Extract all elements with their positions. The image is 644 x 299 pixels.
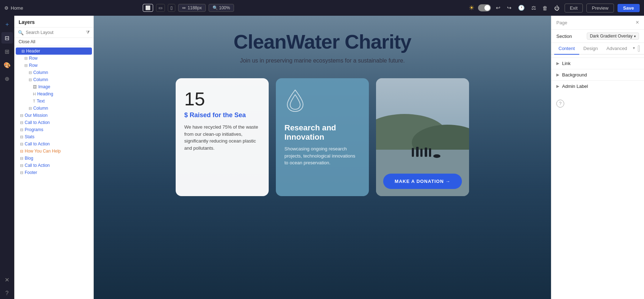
layer-item-cta2[interactable]: ⊟ Call to Action bbox=[14, 140, 93, 148]
tab-more-arrow[interactable]: ▾ bbox=[631, 43, 636, 54]
rp-help-section: ? bbox=[551, 95, 644, 113]
tab-design[interactable]: Design bbox=[579, 43, 602, 55]
layers-tree: ⊟ Header ⊟ Row ⊟ Row ⊟ Column bbox=[14, 46, 93, 299]
layer-item-stats[interactable]: ⊟ Stats bbox=[14, 133, 93, 140]
tab-advanced[interactable]: Advanced bbox=[602, 43, 631, 55]
section-icon10: ⊟ bbox=[20, 170, 23, 175]
layers-search-bar: 🔍 ⧩ bbox=[14, 28, 93, 38]
layer-label-col1: Column bbox=[33, 70, 48, 75]
tablet-device-btn[interactable]: ▭ bbox=[156, 4, 165, 12]
search-icon: 🔍 bbox=[18, 30, 24, 35]
col-icon3: ⊟ bbox=[29, 106, 32, 111]
main-layout: ＋ ⊟ ⊞ 🎨 ⊕ ✕ ? Layers 🔍 ⧩ Close All ⊟ Hea… bbox=[0, 16, 644, 299]
rp-admin-section[interactable]: ▶ Admin Label bbox=[551, 80, 644, 92]
row-icon2: ⊟ bbox=[24, 63, 28, 68]
layer-label-programs: Programs bbox=[25, 127, 43, 132]
redo-btn[interactable]: ↪ bbox=[506, 4, 513, 12]
undo-btn[interactable]: ↩ bbox=[494, 4, 502, 12]
layers-panel: Layers 🔍 ⧩ Close All ⊟ Header ⊟ Row ⊟ bbox=[14, 16, 94, 299]
home-nav[interactable]: ⚙ Home bbox=[4, 5, 23, 11]
layers-title: Layers bbox=[14, 16, 93, 28]
width-value: 1188px bbox=[188, 5, 202, 10]
layer-label-heading: Heading bbox=[37, 91, 53, 96]
layer-item-programs[interactable]: ⊟ Programs bbox=[14, 126, 93, 133]
svg-rect-6 bbox=[420, 149, 423, 157]
tab-content[interactable]: Content bbox=[554, 43, 579, 55]
layer-item-cta1[interactable]: ⊟ Call to Action bbox=[14, 119, 93, 126]
text-icon: T bbox=[33, 99, 35, 103]
layer-item-row2[interactable]: ⊟ Row bbox=[14, 62, 93, 69]
rp-background-section[interactable]: ▶ Background bbox=[551, 69, 644, 80]
col-icon: ⊟ bbox=[29, 70, 32, 75]
layer-label-our-mission: Our Mission bbox=[25, 113, 48, 118]
stat-card[interactable]: 15 $ Raised for the Sea We have recycled… bbox=[176, 78, 269, 196]
preview-button[interactable]: Preview bbox=[586, 4, 614, 13]
adjust-btn[interactable]: ⚖ bbox=[530, 4, 537, 12]
layers-icon[interactable]: ⊟ bbox=[1, 32, 13, 44]
section-icon9: ⊟ bbox=[20, 163, 23, 168]
photo-card[interactable]: MAKE A DONATION → bbox=[376, 78, 469, 196]
tool-icon[interactable]: ✕ bbox=[1, 274, 13, 285]
settings-icon[interactable]: ⊞ bbox=[1, 46, 13, 57]
layer-item-text[interactable]: T Text bbox=[14, 98, 93, 105]
layer-item-header[interactable]: ⊟ Header bbox=[16, 48, 92, 55]
style-icon[interactable]: 🎨 bbox=[1, 59, 13, 71]
rp-link-section[interactable]: ▶ Link bbox=[551, 58, 644, 69]
topbar-right: ☀ ↩ ↪ 🕐 ⚖ 🗑 ⏻ Exit Preview Save bbox=[469, 4, 640, 13]
power-btn[interactable]: ⏻ bbox=[553, 4, 561, 12]
layer-item-how-you-help[interactable]: ⊟ How You Can Help bbox=[14, 148, 93, 155]
width-badge: ⇔ 1188px bbox=[178, 4, 206, 12]
layer-item-cta3[interactable]: ⊟ Call to Action bbox=[14, 162, 93, 169]
theme-toggle[interactable] bbox=[478, 4, 491, 11]
chevron-right-icon3: ▶ bbox=[556, 84, 559, 89]
search-input[interactable] bbox=[26, 30, 84, 35]
rp-section-label: Section bbox=[556, 34, 572, 39]
desktop-device-btn[interactable]: ⬜ bbox=[143, 4, 153, 12]
icon-rail: ＋ ⊟ ⊞ 🎨 ⊕ ✕ ? bbox=[0, 16, 14, 299]
layer-item-row1[interactable]: ⊟ Row bbox=[14, 55, 93, 62]
layer-item-blog[interactable]: ⊟ Blog bbox=[14, 155, 93, 162]
layer-label-cta3: Call to Action bbox=[25, 163, 50, 168]
add-icon[interactable]: ＋ bbox=[1, 19, 13, 30]
layer-item-col3[interactable]: ⊟ Column bbox=[14, 105, 93, 112]
components-icon[interactable]: ⊕ bbox=[1, 73, 13, 84]
layer-item-our-mission[interactable]: ⊟ Our Mission bbox=[14, 112, 93, 119]
cards-row: 15 $ Raised for the Sea We have recycled… bbox=[176, 78, 469, 196]
donation-button[interactable]: MAKE A DONATION → bbox=[383, 174, 462, 189]
exit-button[interactable]: Exit bbox=[565, 4, 583, 13]
image-icon: 🖼 bbox=[33, 85, 37, 89]
help-icon[interactable]: ? bbox=[1, 288, 13, 299]
rp-header: Page × bbox=[551, 16, 644, 30]
save-button[interactable]: Save bbox=[618, 4, 640, 12]
help-circle-icon[interactable]: ? bbox=[556, 100, 564, 108]
mobile-device-btn[interactable]: ▯ bbox=[168, 4, 175, 12]
trash-btn[interactable]: 🗑 bbox=[541, 4, 549, 12]
svg-rect-8 bbox=[429, 148, 431, 157]
layer-label-cta1: Call to Action bbox=[25, 120, 50, 125]
rp-close-button[interactable]: × bbox=[636, 19, 639, 26]
heading-icon: H bbox=[33, 92, 36, 96]
layer-item-col1[interactable]: ⊟ Column bbox=[14, 69, 93, 76]
resize-icon: ⇔ bbox=[182, 5, 186, 10]
layer-item-heading[interactable]: H Heading bbox=[14, 90, 93, 98]
zoom-indicator: 🔍 100% bbox=[209, 4, 234, 12]
canvas-area[interactable]: CleanWater Charity Join us in preserving… bbox=[94, 16, 551, 299]
stat-desc: We have recycled 75% of the waste from o… bbox=[184, 124, 260, 151]
layer-item-col2[interactable]: ⊟ Column bbox=[14, 76, 93, 83]
section-icon8: ⊟ bbox=[20, 156, 23, 161]
section-icon3: ⊟ bbox=[20, 120, 23, 125]
section-icon5: ⊟ bbox=[20, 135, 23, 139]
filter-icon[interactable]: ⧩ bbox=[86, 30, 90, 35]
close-all-btn[interactable]: Close All bbox=[14, 38, 93, 46]
layer-label-stats: Stats bbox=[25, 134, 34, 139]
topbar: ⚙ Home ⬜ ▭ ▯ ⇔ 1188px 🔍 100% ☀ ↩ ↪ 🕐 ⚖ 🗑… bbox=[0, 0, 644, 16]
rp-section-value-text: Dark Gradient Overlay bbox=[590, 34, 633, 39]
rp-section-value[interactable]: Dark Gradient Overlay ▾ bbox=[587, 33, 639, 40]
research-card[interactable]: Research and Innovation Showcasing ongoi… bbox=[276, 78, 369, 196]
section-icon: ⊟ bbox=[21, 49, 25, 54]
layer-item-image[interactable]: 🖼 Image bbox=[14, 83, 93, 90]
layer-label-how-you-help: How You Can Help bbox=[25, 149, 61, 154]
layer-item-footer[interactable]: ⊟ Footer bbox=[14, 169, 93, 176]
stat-number: 15 bbox=[184, 88, 260, 110]
history-btn[interactable]: 🕐 bbox=[517, 4, 526, 12]
